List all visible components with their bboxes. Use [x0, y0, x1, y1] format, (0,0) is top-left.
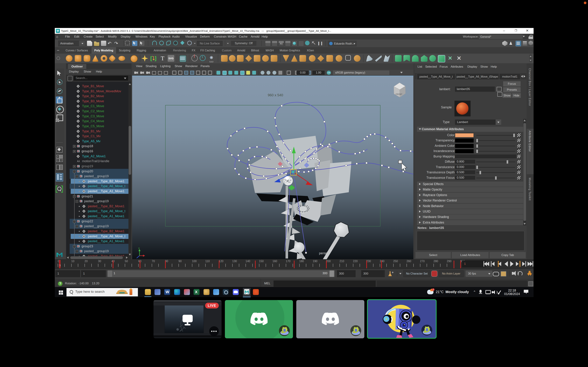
svg-text:persp: persp [319, 251, 328, 255]
svg-text:960 x 540: 960 x 540 [268, 93, 283, 97]
svg-text:FRONT: FRONT [396, 93, 402, 95]
svg-text:y: y [138, 247, 140, 249]
